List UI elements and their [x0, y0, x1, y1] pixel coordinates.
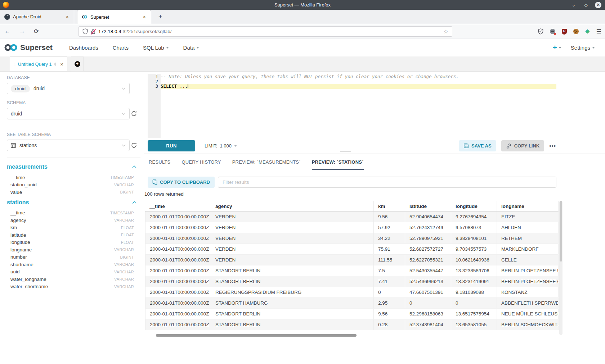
forward-button[interactable]: →: [15, 28, 30, 35]
table-row[interactable]: 2000-01-01T00:00:00.000Z VERDEN 34.22 52…: [145, 233, 559, 244]
back-button[interactable]: ←: [0, 28, 15, 35]
tracking-protection-shield-icon[interactable]: [82, 28, 88, 35]
vertical-scrollbar[interactable]: [559, 201, 563, 335]
run-button[interactable]: RUN: [148, 140, 195, 151]
horizontal-scrollbar[interactable]: [156, 334, 357, 337]
collapse-chevron-up-icon[interactable]: [132, 165, 136, 168]
tab-close-icon[interactable]: ×: [65, 14, 70, 20]
nav-dashboards[interactable]: Dashboards: [62, 45, 106, 51]
extension-mask-icon[interactable]: [550, 29, 555, 34]
url-text[interactable]: 172.18.0.4:32251/superset/sqllab/: [98, 29, 171, 34]
cookie-extension-icon[interactable]: [573, 29, 579, 34]
new-tab-button[interactable]: +: [156, 13, 165, 21]
browser-tab-superset[interactable]: Superset ×: [77, 10, 151, 24]
reload-button[interactable]: ⟳: [30, 28, 43, 35]
table-row[interactable]: 2000-01-01T00:00:00.000Z STANDORT HAMBUR…: [145, 298, 559, 309]
column-name: longitude: [10, 240, 30, 245]
copy-link-button[interactable]: COPY LINK: [501, 140, 544, 151]
column-type: VARCHAR: [114, 270, 134, 274]
window-maximize-button[interactable]: ◇: [583, 2, 589, 8]
results-tab-bar: RESULTS QUERY HISTORY PREVIEW: `MEASUREM…: [144, 154, 605, 170]
see-table-schema-label: SEE TABLE SCHEMA: [7, 132, 144, 137]
table-row[interactable]: 2000-01-01T00:00:00.000Z STANDORT BERLIN…: [145, 319, 559, 330]
column-type: VARCHAR: [114, 218, 134, 222]
column-header[interactable]: __time: [145, 201, 211, 211]
column-type: FLOAT: [121, 240, 134, 245]
save-floppy-icon: [463, 143, 469, 149]
nav-sql-lab[interactable]: SQL Lab: [136, 45, 176, 51]
divider: [7, 158, 140, 158]
browser-tab-apache-druid[interactable]: Apache Druid ×: [0, 10, 74, 24]
database-backend-tag: druid: [11, 85, 30, 92]
copy-to-clipboard-button[interactable]: COPY TO CLIPBOARD: [148, 177, 215, 188]
rows-returned-text: 100 rows returned: [144, 191, 184, 197]
tab-preview-measurements[interactable]: PREVIEW: `MEASUREMENTS`: [232, 154, 301, 170]
tab-query-history[interactable]: QUERY HISTORY: [182, 154, 221, 170]
table-row[interactable]: 2000-01-01T00:00:00.000Z STANDORT BERLIN…: [145, 265, 559, 276]
tab-preview-stations[interactable]: PREVIEW: `STATIONS`: [312, 154, 364, 170]
scrollbar-thumb[interactable]: [560, 201, 562, 261]
column-header[interactable]: km: [374, 201, 405, 211]
bookmark-star-icon[interactable]: ☆: [444, 28, 448, 35]
collapse-chevron-up-icon[interactable]: [132, 201, 136, 204]
extension-asterisk-icon[interactable]: ✳: [585, 28, 590, 35]
table-row[interactable]: 2000-01-01T00:00:00.000Z VERDEN 57.92 52…: [145, 222, 559, 233]
column-header[interactable]: longname: [497, 201, 559, 211]
superset-logo[interactable]: Superset: [0, 43, 53, 52]
insecure-lock-icon[interactable]: [91, 29, 95, 34]
refresh-schemas-icon[interactable]: [131, 110, 137, 117]
table-row[interactable]: 2000-01-01T00:00:00.000Z STANDORT BERLIN…: [145, 309, 559, 319]
refresh-tables-icon[interactable]: [131, 142, 137, 149]
database-label: DATABASE: [7, 75, 144, 80]
table-name[interactable]: measurements: [7, 164, 48, 170]
table-row[interactable]: 2000-01-01T00:00:00.000Z STANDORT BERLIN…: [145, 276, 559, 287]
browser-tab-title: Apache Druid: [13, 14, 65, 19]
limit-dropdown[interactable]: LIMIT: 1 000: [205, 143, 237, 149]
query-tab-untitled-1[interactable]: Untitled Query 1 ×: [10, 56, 67, 71]
schema-label: SCHEMA: [7, 100, 144, 105]
table-schema-measurements: measurements __time TIMESTAMP station_uu…: [7, 164, 144, 196]
more-options-button[interactable]: •••: [549, 143, 556, 149]
sqllab-sidebar: DATABASE druid druid SCHEMA druid SEE TA…: [0, 72, 144, 364]
window-close-button[interactable]: ✕: [595, 2, 601, 8]
url-bar[interactable]: 172.18.0.4:32251/superset/sqllab/ ☆: [79, 26, 452, 37]
sql-editor[interactable]: 1 2 3 -- Note: Unless you save your quer…: [148, 74, 556, 138]
nav-data[interactable]: Data: [176, 45, 207, 51]
table-row[interactable]: 2000-01-01T00:00:00.000Z VERDEN 111.55 5…: [145, 255, 559, 265]
ublock-origin-icon[interactable]: [562, 29, 567, 35]
column-type: BIGINT: [120, 255, 134, 259]
save-as-button[interactable]: SAVE AS: [459, 140, 496, 151]
table-row[interactable]: 2000-01-01T00:00:00.000Z VERDEN 75.91 52…: [145, 244, 559, 255]
new-query-tab-button[interactable]: +: [71, 56, 84, 71]
superset-infinity-icon: [4, 43, 18, 52]
table-name[interactable]: stations: [7, 199, 29, 206]
window-minimize-button[interactable]: ⌄: [570, 2, 577, 8]
tab-results[interactable]: RESULTS: [149, 154, 170, 170]
column-header[interactable]: latitude: [405, 201, 451, 211]
schema-select[interactable]: druid: [7, 108, 130, 119]
column-row: km FLOAT: [7, 224, 134, 232]
extension-shield-icon[interactable]: [538, 28, 543, 35]
column-row: shortname VARCHAR: [7, 261, 134, 268]
tab-close-icon[interactable]: ×: [142, 14, 147, 20]
chevron-down-icon: [559, 47, 561, 49]
column-name: __time: [10, 175, 25, 180]
database-select[interactable]: druid druid: [7, 83, 130, 94]
table-select[interactable]: stations: [7, 140, 130, 151]
column-name: km: [10, 225, 17, 230]
column-list: __time TIMESTAMP agency VARCHAR km FLOAT: [7, 209, 144, 291]
menu-hamburger-icon[interactable]: ☰: [596, 28, 601, 35]
filter-results-input[interactable]: [218, 177, 556, 188]
add-new-button[interactable]: +: [553, 44, 561, 52]
query-tab-title: Untitled Query 1: [18, 62, 52, 67]
settings-menu[interactable]: Settings: [571, 45, 595, 51]
table-row[interactable]: 2000-01-01T00:00:00.000Z REGIERUNGSPRÄSI…: [145, 287, 559, 298]
column-type: VARCHAR: [114, 247, 134, 252]
column-header[interactable]: agency: [211, 201, 374, 211]
table-row[interactable]: 2000-01-01T00:00:00.000Z VERDEN 9.56 52.…: [145, 211, 559, 222]
text-cursor: [188, 84, 188, 88]
query-tab-close-icon[interactable]: ×: [60, 61, 63, 67]
column-header[interactable]: longitude: [451, 201, 497, 211]
superset-favicon-icon: [82, 14, 88, 20]
nav-charts[interactable]: Charts: [106, 45, 136, 51]
